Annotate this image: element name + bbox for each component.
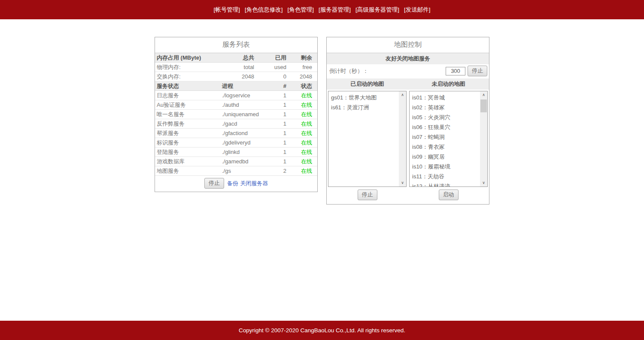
service-header-state: 状态 [289, 81, 317, 91]
scroll-down-icon[interactable]: ∨ [399, 179, 406, 187]
scroll-down-icon[interactable]: ∨ [480, 179, 487, 187]
service-count: 1 [256, 147, 289, 157]
service-name: 游戏数据库 [155, 157, 220, 166]
service-process: ./gamedbd [220, 157, 256, 166]
service-name: 日志服务 [155, 91, 220, 100]
memory-header-used: 已用 [256, 53, 289, 63]
map-option[interactable]: is02：英雄冢 [410, 102, 480, 112]
service-count: 1 [256, 119, 289, 129]
stopped-maps-scrollbar[interactable]: ∧ ∨ [480, 91, 487, 187]
service-status: 在线 [289, 119, 317, 129]
service-row: 日志服务 ./logservice 1 在线 [155, 91, 317, 100]
nav-link[interactable]: [帐号管理] [213, 6, 240, 14]
memory-label: 物理内存: [155, 63, 220, 72]
map-option[interactable]: is08：青衣冢 [410, 142, 480, 152]
countdown-label: 倒计时（秒）： [328, 67, 368, 75]
map-option[interactable]: is07：蛇蝎洞 [410, 132, 480, 142]
service-status: 在线 [289, 166, 317, 176]
service-process: ./authd [220, 100, 256, 110]
started-maps-scrollbar[interactable]: ∧ ∨ [399, 91, 406, 187]
map-option[interactable]: is12：丛林遗迹 [410, 181, 480, 187]
service-count: 1 [256, 157, 289, 166]
service-process: ./gs [220, 166, 256, 176]
memory-label: 交换内存: [155, 72, 220, 81]
service-count: 2 [256, 166, 289, 176]
map-option[interactable]: is61：灵渡汀洲 [328, 102, 399, 112]
service-process: ./glinkd [220, 147, 256, 157]
memory-free: 2048 [289, 72, 317, 81]
memory-header-row: 内存占用 (MByte) 总共 已用 剩余 [155, 53, 317, 63]
memory-row: 物理内存: total used free [155, 63, 317, 72]
service-row: 游戏数据库 ./gamedbd 1 在线 [155, 157, 317, 166]
memory-header-free: 剩余 [289, 53, 317, 63]
nav-link[interactable]: [发送邮件] [404, 6, 431, 14]
service-stop-button[interactable]: 停止 [204, 178, 224, 189]
service-header-count: # [256, 81, 289, 91]
nav-link[interactable]: [角色信息修改] [245, 6, 283, 14]
scroll-up-icon[interactable]: ∧ [399, 91, 406, 99]
memory-header-total: 总共 [220, 53, 256, 63]
map-start-button[interactable]: 启动 [439, 190, 459, 200]
nav-link[interactable]: [高级服务器管理] [355, 6, 399, 14]
service-status: 在线 [289, 91, 317, 100]
service-name: Au验证服务 [155, 100, 220, 110]
map-option[interactable]: is10：履霜秘境 [410, 162, 480, 172]
memory-free: free [289, 63, 317, 72]
service-process: ./gacd [220, 119, 256, 129]
service-name: 地图服务 [155, 166, 220, 176]
service-row: 登陆服务 ./glinkd 1 在线 [155, 147, 317, 157]
memory-header-label: 内存占用 (MByte) [155, 53, 220, 63]
memory-used: 0 [256, 72, 289, 81]
service-status: 在线 [289, 157, 317, 166]
service-row: 唯一名服务 ./uniquenamed 1 在线 [155, 110, 317, 119]
map-stop-button[interactable]: 停止 [358, 190, 377, 200]
service-row: 标识服务 ./gdeliveryd 1 在线 [155, 138, 317, 147]
started-maps-header: 已启动的地图 [327, 78, 408, 90]
map-panel-title: 地图控制 [327, 37, 489, 53]
map-option[interactable]: gs01：世界大地图 [328, 93, 399, 102]
map-option[interactable]: is09：幽冥居 [410, 152, 480, 162]
top-nav: [帐号管理] [角色信息修改] [角色管理] [服务器管理] [高级服务器管理]… [0, 0, 644, 19]
main-content: 服务列表 内存占用 (MByte) 总共 已用 剩余 物理内存: total u… [0, 37, 644, 205]
map-list-buttons: 停止 启动 [327, 187, 489, 204]
service-name: 反作弊服务 [155, 119, 220, 129]
map-option[interactable]: is01：冥兽城 [410, 93, 480, 102]
service-table: 内存占用 (MByte) 总共 已用 剩余 物理内存: total used f… [155, 53, 317, 176]
service-name: 唯一名服务 [155, 110, 220, 119]
memory-row: 交换内存: 2048 0 2048 [155, 72, 317, 81]
service-count: 1 [256, 110, 289, 119]
scrollbar-thumb[interactable] [480, 99, 487, 112]
service-header-row: 服务状态 进程 # 状态 [155, 81, 317, 91]
countdown-input[interactable] [446, 67, 465, 75]
service-row: Au验证服务 ./authd 1 在线 [155, 100, 317, 110]
nav-link[interactable]: [角色管理] [287, 6, 314, 14]
map-option[interactable]: is06：狂狼巢穴 [410, 122, 480, 132]
service-status: 在线 [289, 129, 317, 138]
service-list-panel: 服务列表 内存占用 (MByte) 总共 已用 剩余 物理内存: total u… [155, 37, 318, 192]
service-count: 1 [256, 100, 289, 110]
countdown-stop-button[interactable]: 停止 [468, 66, 487, 76]
service-name: 帮派服务 [155, 129, 220, 138]
service-row: 地图服务 ./gs 2 在线 [155, 166, 317, 176]
service-status: 在线 [289, 147, 317, 157]
map-lists: gs01：世界大地图 is61：灵渡汀洲 ∧ ∨ is01：冥兽城 is02：英… [327, 90, 489, 187]
service-count: 1 [256, 129, 289, 138]
map-option[interactable]: is05：火炎洞穴 [410, 112, 480, 122]
memory-used: used [256, 63, 289, 72]
backup-link[interactable]: 备份 [227, 180, 238, 187]
service-count: 1 [256, 138, 289, 147]
service-header-status: 服务状态 [155, 81, 220, 91]
copyright-text: Copyright © 2007-2020 CangBaoLou Co.,Ltd… [239, 327, 405, 334]
scroll-up-icon[interactable]: ∧ [480, 91, 487, 99]
nav-link[interactable]: [服务器管理] [319, 6, 351, 14]
footer: Copyright © 2007-2020 CangBaoLou Co.,Ltd… [0, 321, 644, 340]
memory-total: 2048 [220, 72, 256, 81]
service-count: 1 [256, 91, 289, 100]
service-process: ./gdeliveryd [220, 138, 256, 147]
map-option[interactable]: is11：天劫谷 [410, 172, 480, 181]
service-name: 标识服务 [155, 138, 220, 147]
shutdown-server-link[interactable]: 关闭服务器 [240, 180, 268, 187]
started-maps-listbox[interactable]: gs01：世界大地图 is61：灵渡汀洲 ∧ ∨ [328, 91, 407, 187]
stopped-maps-listbox[interactable]: is01：冥兽城 is02：英雄冢 is05：火炎洞穴 is06：狂狼巢穴 is… [409, 91, 488, 187]
map-control-panel: 地图控制 友好关闭地图服务 倒计时（秒）： 停止 已启动的地图 未启动的地图 g… [326, 37, 489, 205]
